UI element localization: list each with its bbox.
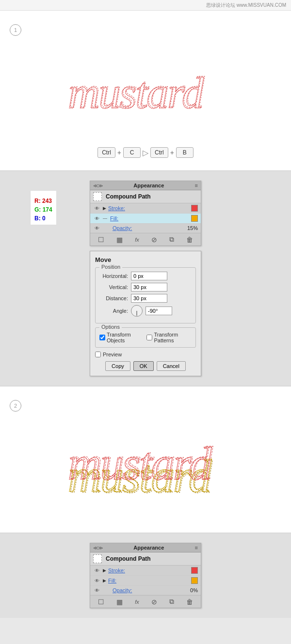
eye-icon-fill-2: 👁 — [93, 578, 101, 583]
duplicate-icon-2[interactable]: ⊘ — [151, 598, 157, 606]
arrow-icon-stroke-1: ▶ — [103, 206, 106, 211]
svg-text:mustard: mustard — [69, 68, 205, 116]
panel-expand-icon: ≪≫ — [93, 183, 103, 188]
eye-icon-opacity-1: 👁 — [93, 225, 101, 231]
key-b: B — [176, 147, 194, 158]
step1-badge: 1 — [10, 24, 21, 36]
opacity-label-2[interactable]: Opacity: — [113, 587, 188, 593]
horizontal-label: Horizontal: — [99, 273, 131, 279]
plus-sign-2: + — [170, 149, 174, 156]
fill-label-2[interactable]: Fill: — [108, 578, 189, 583]
options-group: Options Transform Objects Transform Patt… — [95, 327, 196, 348]
transform-patterns-label[interactable]: Transform Patterns — [146, 332, 192, 343]
appearance-panel-2: ≪≫ Appearance ≡ Compound Path 👁 ▶ Stroke… — [90, 543, 201, 608]
panel-menu-icon: ≡ — [195, 183, 198, 188]
horizontal-row: Horizontal: — [99, 272, 192, 280]
copy-icon-2[interactable]: ⧉ — [169, 598, 174, 606]
panel-expand-icon-2: ≪≫ — [93, 545, 103, 551]
angle-container — [131, 305, 172, 317]
layer-icon-1[interactable]: ☐ — [98, 236, 104, 244]
fill-label-1[interactable]: Fill: — [110, 215, 189, 221]
stroke-color-swatch-1 — [191, 205, 198, 212]
dialog-title: Move — [95, 256, 196, 263]
stroke-row-2: 👁 ▶ Stroke: — [90, 566, 201, 576]
gray-section-1: R: 243 G: 174 B: 0 ≪≫ Appearance ≡ Compo… — [0, 171, 291, 386]
panel-swatch-1 — [93, 192, 102, 201]
horizontal-input[interactable] — [131, 272, 167, 280]
panel-titlebar-2: ≪≫ Appearance ≡ — [90, 543, 201, 552]
fx-icon-1[interactable]: fx — [135, 237, 139, 243]
color-r-value: R: 243 — [34, 197, 52, 205]
panel-titlebar-1: ≪≫ Appearance ≡ — [90, 181, 201, 190]
transform-objects-checkbox[interactable] — [99, 335, 105, 340]
opacity-row-1: 👁 Opacity: 15% — [90, 224, 201, 233]
preview-row: Preview — [95, 352, 196, 357]
duplicate-icon-1[interactable]: ⊘ — [151, 236, 157, 244]
fill-color-swatch-1 — [191, 215, 198, 222]
key-c: C — [123, 147, 141, 158]
distance-input[interactable] — [131, 294, 167, 303]
stroke-color-swatch-2 — [191, 567, 198, 574]
panel-footer-2: ☐ ▦ fx ⊘ ⧉ 🗑 — [90, 595, 201, 608]
color-b-value: B: 0 — [34, 214, 52, 223]
mustard-text-1: mustard mustard — [63, 55, 228, 124]
canvas-area-1: mustard mustard — [0, 36, 291, 142]
position-legend: Position — [99, 264, 122, 270]
arrow-sign: ▷ — [143, 148, 148, 157]
opacity-value-2: 0% — [190, 587, 198, 593]
fx-icon-2[interactable]: fx — [135, 599, 139, 605]
stroke-label-2[interactable]: Stroke: — [108, 567, 189, 573]
opacity-row-2: 👁 Opacity: 0% — [90, 586, 201, 595]
position-group: Position Horizontal: Vertical: Distance:… — [95, 267, 196, 323]
canvas-area-2: mustard mustard mustard mustard — [0, 412, 291, 523]
compound-path-label-1: Compound Path — [106, 193, 151, 200]
layer-icon-2[interactable]: ☐ — [98, 598, 104, 606]
preview-checkbox[interactable] — [95, 352, 101, 357]
copy-icon-1[interactable]: ⧉ — [169, 235, 174, 244]
angle-needle — [137, 311, 137, 316]
color-callout: R: 243 G: 174 B: 0 — [30, 190, 57, 225]
stroke-row-1: 👁 ▶ Stroke: — [90, 203, 201, 214]
eye-icon-opacity-2: 👁 — [93, 587, 101, 593]
visibility-icon-2[interactable]: ▦ — [116, 598, 123, 606]
panel-menu-icon-2: ≡ — [195, 545, 198, 551]
visibility-icon-1[interactable]: ▦ — [116, 236, 123, 244]
distance-row: Distance: — [99, 294, 192, 303]
fill-row-2: 👁 ▶ Fill: — [90, 576, 201, 586]
eye-icon-fill-1: 👁 — [93, 215, 101, 221]
angle-row: Angle: — [99, 305, 192, 317]
eye-icon-stroke-1: 👁 — [93, 205, 101, 211]
ok-button[interactable]: OK — [133, 361, 154, 371]
transform-patterns-checkbox[interactable] — [146, 335, 152, 340]
angle-wheel[interactable] — [131, 305, 143, 317]
distance-label: Distance: — [99, 295, 131, 301]
compound-path-label-2: Compound Path — [106, 555, 151, 562]
plus-sign-1: + — [117, 149, 121, 156]
cancel-button[interactable]: Cancel — [157, 361, 186, 371]
svg-text:mustard: mustard — [69, 437, 213, 489]
mustard-svg-1: mustard mustard — [63, 55, 228, 123]
panel-swatch-2 — [93, 554, 102, 563]
move-dialog: Move Position Horizontal: Vertical: Dist… — [90, 251, 201, 376]
vertical-input[interactable] — [131, 283, 167, 291]
copy-button[interactable]: Copy — [105, 361, 130, 371]
angle-label: Angle: — [99, 308, 131, 314]
opacity-value-1: 15% — [187, 225, 198, 231]
gray-section-2: ≪≫ Appearance ≡ Compound Path 👁 ▶ Stroke… — [0, 533, 291, 618]
delete-icon-1[interactable]: 🗑 — [186, 236, 193, 244]
panel-title-2: Appearance — [133, 545, 164, 551]
transform-objects-label[interactable]: Transform Objects — [99, 332, 143, 343]
key-ctrl-2: Ctrl — [150, 147, 168, 158]
vertical-label: Vertical: — [99, 284, 131, 290]
delete-icon-2[interactable]: 🗑 — [186, 598, 193, 606]
angle-input[interactable] — [146, 307, 172, 315]
opacity-label-1[interactable]: Opacity: — [113, 225, 185, 231]
dash-icon-1: — — [103, 216, 107, 221]
mustard-layered: mustard mustard mustard mustard — [63, 429, 228, 506]
panel-header-row-2: Compound Path — [90, 552, 201, 566]
arrow-icon-stroke-2: ▶ — [103, 568, 106, 573]
panel-footer-1: ☐ ▦ fx ⊘ ⧉ 🗑 — [90, 233, 201, 245]
stroke-label-1[interactable]: Stroke: — [108, 205, 189, 211]
panel-title-1: Appearance — [133, 183, 164, 188]
section2-canvas: 2 mustard mustard mustard mustard — [0, 386, 291, 533]
